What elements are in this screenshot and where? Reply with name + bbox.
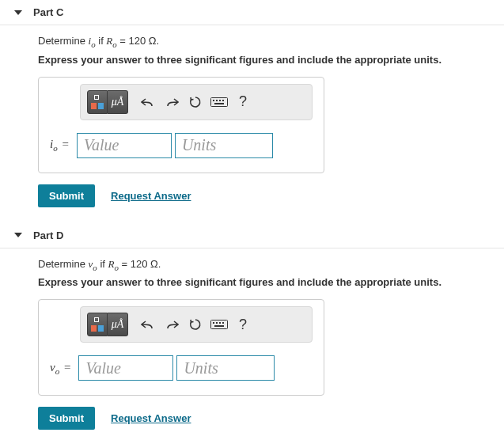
lhs-label: io = [50, 138, 69, 153]
undo-icon [141, 319, 155, 330]
redo-button[interactable] [160, 90, 184, 114]
prompt-eq: = 120 Ω. [117, 35, 159, 47]
undo-button[interactable] [136, 90, 160, 114]
part-c: Part C Determine io if Ro = 120 Ω. Expre… [0, 0, 504, 207]
submit-button[interactable]: Submit [38, 407, 95, 430]
prompt-mid: if [96, 35, 107, 47]
help-button[interactable]: ? [231, 313, 255, 336]
reset-button[interactable] [184, 90, 207, 114]
units-input[interactable]: Units [175, 133, 273, 158]
template-icon [91, 95, 104, 109]
units-placeholder: Units [182, 136, 216, 154]
reset-button[interactable] [184, 313, 207, 336]
submit-button[interactable]: Submit [38, 184, 95, 207]
prompt-pre: Determine [38, 35, 89, 47]
part-header[interactable]: Part D [0, 223, 504, 248]
keyboard-icon [210, 320, 228, 329]
undo-button[interactable] [136, 313, 160, 336]
template-icon [91, 317, 104, 332]
svg-rect-7 [213, 322, 214, 324]
lhs-eq: = [61, 361, 70, 374]
svg-rect-5 [214, 103, 224, 104]
caret-down-icon [14, 10, 22, 15]
value-input[interactable]: Value [77, 133, 172, 158]
redo-icon [165, 319, 179, 330]
actions-row: Submit Request Answer [38, 184, 488, 207]
svg-rect-10 [222, 322, 224, 324]
keyboard-icon [210, 97, 228, 107]
answer-box: μÅ ? io = Value Units [38, 77, 324, 173]
input-row: vo = Value Units [39, 343, 324, 395]
prompt-text: Determine vo if Ro = 120 Ω. [38, 258, 488, 272]
request-answer-link[interactable]: Request Answer [111, 190, 191, 202]
prompt-pre: Determine [38, 258, 89, 270]
units-format-label: μÅ [112, 96, 124, 108]
svg-rect-9 [219, 322, 221, 324]
units-format-button[interactable]: μÅ [108, 313, 128, 336]
request-answer-link[interactable]: Request Answer [111, 412, 191, 424]
answer-toolbar: μÅ ? [80, 84, 313, 120]
reset-icon [189, 96, 202, 108]
part-body: Determine vo if Ro = 120 Ω. Express your… [0, 258, 504, 431]
template-picker-button[interactable] [87, 90, 108, 114]
lhs-base: v [50, 361, 55, 374]
input-row: io = Value Units [39, 120, 324, 173]
redo-icon [165, 97, 179, 108]
help-icon: ? [239, 93, 247, 110]
prompt-eq: = 120 Ω. [119, 258, 161, 270]
instruction: Express your answer to three significant… [38, 276, 488, 288]
lhs-sub: o [55, 366, 60, 376]
help-button[interactable]: ? [231, 90, 255, 114]
part-body: Determine io if Ro = 120 Ω. Express your… [0, 35, 504, 207]
svg-rect-3 [219, 100, 221, 101]
keyboard-button[interactable] [207, 90, 231, 114]
template-picker-button[interactable] [87, 313, 108, 336]
svg-rect-2 [216, 100, 218, 101]
units-format-button[interactable]: μÅ [108, 90, 128, 114]
value-placeholder: Value [84, 136, 119, 154]
part-d: Part D Determine vo if Ro = 120 Ω. Expre… [0, 223, 504, 431]
actions-row: Submit Request Answer [38, 407, 488, 430]
value-input[interactable]: Value [78, 355, 173, 381]
svg-rect-11 [214, 325, 224, 327]
lhs-sub: o [53, 143, 58, 153]
caret-down-icon [14, 233, 22, 237]
units-placeholder: Units [184, 359, 218, 377]
svg-rect-0 [211, 97, 228, 106]
instruction: Express your answer to three significant… [38, 54, 488, 66]
value-placeholder: Value [85, 359, 120, 377]
answer-box: μÅ ? vo = Value Units [38, 299, 324, 396]
part-title: Part C [33, 6, 63, 18]
svg-rect-8 [216, 322, 218, 324]
svg-rect-4 [222, 100, 224, 101]
prompt-text: Determine io if Ro = 120 Ω. [38, 35, 488, 49]
svg-rect-6 [211, 321, 228, 329]
part-title: Part D [33, 229, 63, 241]
answer-toolbar: μÅ ? [80, 306, 313, 343]
svg-rect-1 [213, 100, 214, 101]
undo-icon [141, 97, 155, 108]
lhs-eq: = [59, 138, 69, 150]
lhs-label: vo = [50, 361, 70, 376]
keyboard-button[interactable] [207, 313, 231, 336]
reset-icon [189, 318, 202, 331]
units-format-label: μÅ [112, 318, 124, 331]
prompt-mid: if [97, 258, 108, 270]
part-header[interactable]: Part C [0, 0, 504, 25]
help-icon: ? [239, 317, 247, 333]
units-input[interactable]: Units [176, 355, 275, 381]
redo-button[interactable] [160, 313, 184, 336]
